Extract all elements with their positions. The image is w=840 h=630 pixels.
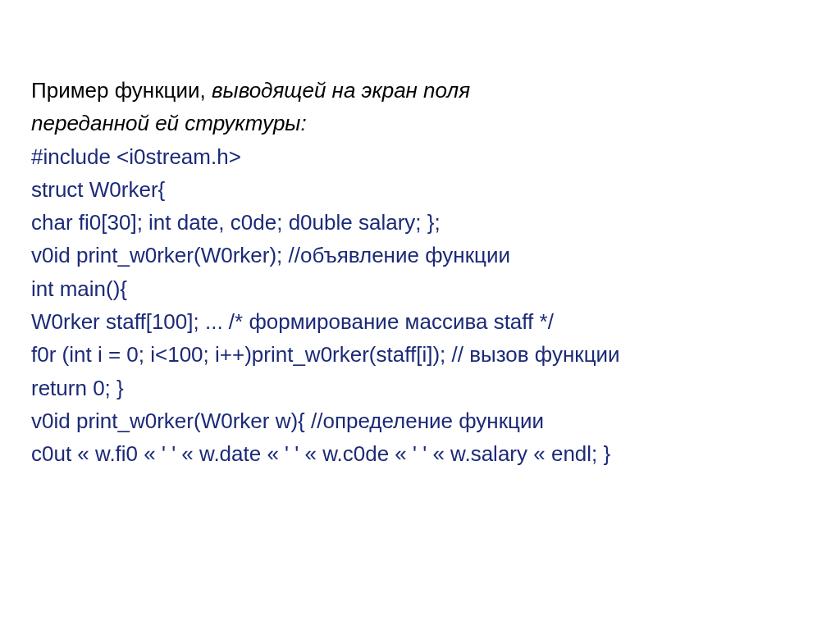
code-line-5: int main(){: [31, 272, 815, 305]
code-line-6: W0rker staff[100]; ... /* формирование м…: [31, 305, 815, 338]
code-line-9: v0id print_w0rker(W0rker w){ //определен…: [31, 404, 815, 437]
code-line-2: struct W0rker{: [31, 173, 815, 206]
heading-line-1: Пример функции, выводящей на экран поля: [31, 74, 815, 107]
code-line-10: c0ut « w.fі0 « ' ' « w.date « ' ' « w.c0…: [31, 437, 815, 470]
heading-plain: Пример функции,: [31, 78, 212, 103]
document-page: Пример функции, выводящей на экран поля …: [0, 0, 840, 471]
code-line-4: v0id print_w0rker(W0rker); //объявление …: [31, 239, 815, 272]
code-line-1: #include <і0stream.h>: [31, 140, 815, 173]
heading-line-2: переданной ей структуры:: [31, 107, 815, 139]
code-line-7: f0r (int i = 0; i<100; i++)print_w0rker(…: [31, 338, 815, 371]
heading-italic-1: выводящей на экран поля: [212, 78, 470, 103]
code-line-8: return 0; }: [31, 372, 815, 404]
code-line-3: char fі0[30]; int date, c0de; d0uble sal…: [31, 206, 815, 239]
